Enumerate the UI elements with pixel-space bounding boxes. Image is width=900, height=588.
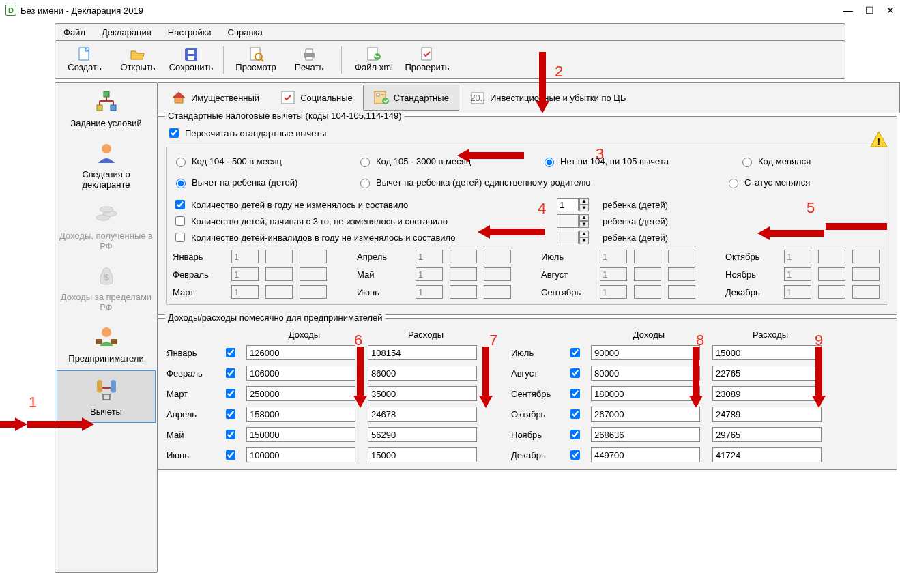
spin-down-icon[interactable]: ▼ bbox=[579, 205, 589, 211]
jun-v1[interactable] bbox=[416, 285, 443, 299]
radio-child-single[interactable] bbox=[360, 179, 370, 188]
jul-v3[interactable] bbox=[668, 250, 695, 263]
tab-social[interactable]: Социальные bbox=[270, 85, 363, 111]
preview-button[interactable]: Просмотр bbox=[232, 44, 280, 76]
recalc-checkbox[interactable] bbox=[169, 128, 179, 138]
apr-v3[interactable] bbox=[484, 250, 511, 263]
expense-input[interactable] bbox=[368, 427, 477, 442]
may-v1[interactable] bbox=[416, 267, 443, 281]
maximize-button[interactable]: ☐ bbox=[865, 5, 874, 16]
sep-v2[interactable] bbox=[634, 285, 661, 299]
jul-v1[interactable] bbox=[600, 250, 627, 263]
children3-count-input[interactable] bbox=[557, 214, 579, 228]
sep-v3[interactable] bbox=[668, 285, 695, 299]
radio-child[interactable] bbox=[176, 179, 186, 188]
mar-v1[interactable] bbox=[231, 285, 259, 299]
spin-up-icon[interactable]: ▲ bbox=[579, 231, 589, 237]
spin-up-icon[interactable]: ▲ bbox=[579, 214, 589, 221]
radio-status-change[interactable] bbox=[729, 179, 738, 188]
tab-invest[interactable]: 20.. Инвестиционные и убытки по ЦБ bbox=[459, 85, 637, 111]
expense-input[interactable] bbox=[712, 447, 822, 462]
print-button[interactable]: Печать bbox=[285, 44, 333, 76]
income-input[interactable] bbox=[591, 407, 700, 422]
feb-v1[interactable] bbox=[231, 267, 259, 281]
dec-v3[interactable] bbox=[852, 285, 880, 299]
sidebar-deductions[interactable]: Вычеты bbox=[57, 370, 156, 423]
menu-file[interactable]: Файл bbox=[59, 26, 89, 39]
income-input[interactable] bbox=[246, 407, 355, 422]
month-enable-checkbox[interactable] bbox=[226, 389, 235, 398]
close-button[interactable]: ✕ bbox=[886, 5, 895, 16]
dec-v2[interactable] bbox=[818, 285, 845, 299]
menu-declaration[interactable]: Декларация bbox=[98, 26, 156, 39]
spin-down-icon[interactable]: ▼ bbox=[579, 221, 589, 228]
tab-property[interactable]: Имущественный bbox=[160, 85, 270, 111]
expense-input[interactable] bbox=[712, 407, 822, 422]
jan-v2[interactable] bbox=[265, 250, 293, 263]
sidebar-conditions[interactable]: Задание условий bbox=[55, 83, 157, 134]
jun-v3[interactable] bbox=[484, 285, 511, 299]
xml-button[interactable]: Файл xml bbox=[350, 44, 398, 76]
jun-v2[interactable] bbox=[450, 285, 477, 299]
expense-input[interactable] bbox=[712, 427, 822, 442]
children3-count-spinner[interactable]: ▲▼ bbox=[557, 214, 589, 228]
jan-v1[interactable] bbox=[231, 250, 259, 263]
nov-v2[interactable] bbox=[818, 267, 845, 281]
children-count-input[interactable] bbox=[557, 198, 579, 211]
children3-const-checkbox[interactable] bbox=[175, 216, 185, 226]
spin-up-icon[interactable]: ▲ bbox=[579, 198, 589, 205]
apr-v2[interactable] bbox=[450, 250, 477, 263]
mar-v2[interactable] bbox=[265, 285, 293, 299]
income-input[interactable] bbox=[246, 345, 355, 360]
spin-down-icon[interactable]: ▼ bbox=[579, 237, 589, 244]
create-button[interactable]: Создать bbox=[61, 44, 108, 76]
income-input[interactable] bbox=[246, 386, 355, 401]
check-button[interactable]: Проверить bbox=[403, 44, 451, 76]
radio-codechange[interactable] bbox=[742, 158, 752, 167]
dec-v1[interactable] bbox=[784, 285, 811, 299]
month-enable-checkbox[interactable] bbox=[570, 368, 580, 378]
children-inv-count-input[interactable] bbox=[557, 231, 579, 244]
tab-standard[interactable]: Стандартные bbox=[363, 85, 459, 111]
expense-input[interactable] bbox=[368, 407, 477, 422]
sep-v1[interactable] bbox=[600, 285, 627, 299]
income-input[interactable] bbox=[246, 447, 355, 462]
income-input[interactable] bbox=[591, 427, 700, 442]
expense-input[interactable] bbox=[712, 366, 822, 381]
aug-v2[interactable] bbox=[634, 267, 661, 281]
mar-v3[interactable] bbox=[300, 285, 327, 299]
children-count-spinner[interactable]: ▲▼ bbox=[557, 198, 589, 211]
menu-settings[interactable]: Настройки bbox=[164, 26, 216, 39]
month-enable-checkbox[interactable] bbox=[226, 348, 235, 357]
month-enable-checkbox[interactable] bbox=[226, 430, 235, 439]
nov-v3[interactable] bbox=[852, 267, 880, 281]
oct-v1[interactable] bbox=[784, 250, 811, 263]
month-enable-checkbox[interactable] bbox=[226, 409, 235, 419]
minimize-button[interactable]: — bbox=[843, 5, 853, 16]
oct-v2[interactable] bbox=[818, 250, 845, 263]
radio-code105[interactable] bbox=[360, 158, 370, 167]
radio-code104[interactable] bbox=[176, 158, 186, 167]
month-enable-checkbox[interactable] bbox=[570, 450, 580, 460]
expense-input[interactable] bbox=[712, 345, 822, 360]
income-input[interactable] bbox=[591, 447, 700, 462]
radio-nocode[interactable] bbox=[545, 158, 554, 167]
oct-v3[interactable] bbox=[852, 250, 880, 263]
nov-v1[interactable] bbox=[784, 267, 811, 281]
expense-input[interactable] bbox=[368, 366, 477, 381]
income-input[interactable] bbox=[591, 366, 700, 381]
expense-input[interactable] bbox=[368, 386, 477, 401]
month-enable-checkbox[interactable] bbox=[570, 389, 580, 398]
children-inv-const-checkbox[interactable] bbox=[175, 233, 185, 242]
save-button[interactable]: Сохранить bbox=[167, 44, 215, 76]
income-input[interactable] bbox=[246, 427, 355, 442]
expense-input[interactable] bbox=[368, 345, 477, 360]
month-enable-checkbox[interactable] bbox=[570, 409, 580, 419]
month-enable-checkbox[interactable] bbox=[570, 430, 580, 439]
jan-v3[interactable] bbox=[300, 250, 327, 263]
sidebar-entrepreneur[interactable]: Предприниматели bbox=[55, 318, 157, 369]
sidebar-declarant[interactable]: Сведения о декларанте bbox=[55, 134, 157, 195]
income-input[interactable] bbox=[246, 366, 355, 381]
children-const-checkbox[interactable] bbox=[175, 200, 185, 209]
may-v3[interactable] bbox=[484, 267, 511, 281]
